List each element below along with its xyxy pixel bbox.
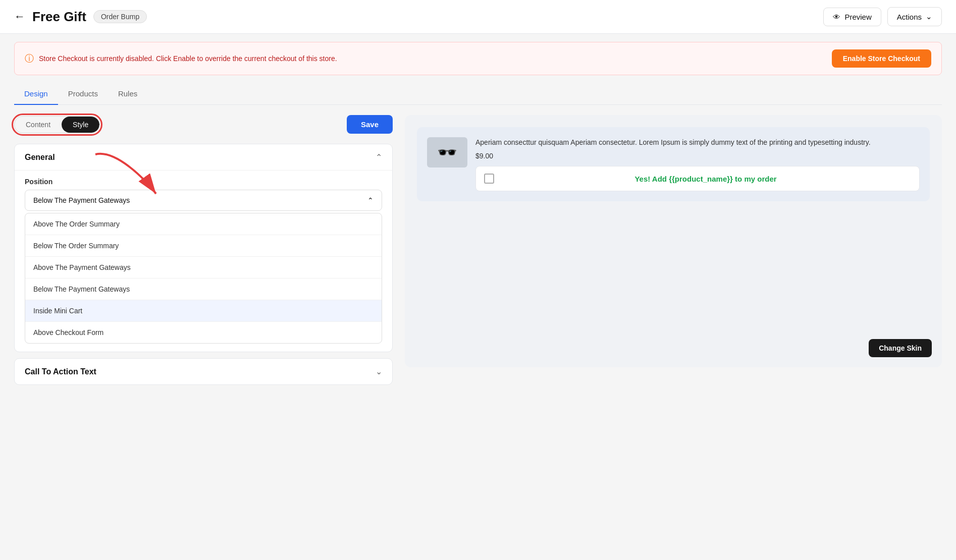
style-toggle-button[interactable]: Style [62, 117, 99, 133]
general-chevron-up-icon: ⌃ [376, 152, 382, 162]
tab-rules[interactable]: Rules [108, 83, 147, 105]
product-image: 🕶️ [427, 137, 467, 167]
tabs: Design Products Rules [14, 83, 942, 105]
cta-section-header[interactable]: Call To Action Text ⌄ [15, 359, 392, 384]
actions-button[interactable]: Actions ⌄ [887, 7, 942, 26]
tab-products[interactable]: Products [58, 83, 108, 105]
position-label: Position [25, 178, 382, 186]
toggle-group: Content Style [14, 116, 100, 133]
main-content: Content Style Save General ⌃ Position [0, 115, 956, 391]
enable-store-checkout-button[interactable]: Enable Store Checkout [832, 49, 931, 68]
position-selected-value: Below The Payment Gateways [33, 196, 130, 204]
position-dropdown-trigger[interactable]: Below The Payment Gateways ⌃ [25, 190, 382, 211]
dropdown-item-above-checkout-form[interactable]: Above Checkout Form [25, 322, 382, 343]
back-button[interactable]: ← [14, 10, 25, 23]
product-info: Aperiam consecttur quisquam Aperiam cons… [475, 137, 920, 191]
chevron-down-icon: ⌄ [926, 12, 932, 21]
style-toggle-wrapper: Content Style [14, 116, 100, 133]
dropdown-item-above-order-summary[interactable]: Above The Order Summary [25, 213, 382, 235]
actions-label: Actions [897, 13, 922, 21]
cta-section: Call To Action Text ⌄ [14, 358, 393, 385]
cta-text: Yes! Add {{product_name}} to my order [500, 175, 911, 183]
tab-design[interactable]: Design [14, 83, 58, 105]
cta-chevron-down-icon: ⌄ [376, 367, 382, 376]
cta-checkbox[interactable] [484, 174, 494, 184]
preview-button[interactable]: 👁 Preview [823, 8, 881, 26]
dropdown-item-inside-mini-cart[interactable]: Inside Mini Cart [25, 300, 382, 322]
page-title: Free Gift [32, 9, 86, 25]
product-description: Aperiam consecttur quisquam Aperiam cons… [475, 137, 920, 148]
alert-text: Store Checkout is currently disabled. Cl… [39, 54, 337, 63]
dropdown-item-above-payment-gateways[interactable]: Above The Payment Gateways [25, 257, 382, 278]
product-preview-card: 🕶️ Aperiam consecttur quisquam Aperiam c… [417, 127, 930, 201]
dropdown-item-below-order-summary[interactable]: Below The Order Summary [25, 235, 382, 257]
alert-left: ⓘ Store Checkout is currently disabled. … [25, 52, 337, 65]
right-panel: 🕶️ Aperiam consecttur quisquam Aperiam c… [405, 115, 942, 391]
toggle-row: Content Style Save [14, 115, 393, 134]
position-dropdown-list: Above The Order Summary Below The Order … [25, 213, 382, 344]
change-skin-button[interactable]: Change Skin [869, 339, 932, 357]
cta-section-title: Call To Action Text [25, 367, 96, 376]
general-section: General ⌃ Position [14, 144, 393, 352]
order-bump-badge: Order Bump [93, 10, 147, 23]
general-section-body: Position [15, 170, 392, 352]
save-button[interactable]: Save [347, 115, 393, 134]
alert-info-icon: ⓘ [25, 52, 34, 65]
header-right: 👁 Preview Actions ⌄ [823, 7, 942, 26]
preview-label: Preview [844, 13, 871, 21]
header: ← Free Gift Order Bump 👁 Preview Actions… [0, 0, 956, 34]
alert-banner: ⓘ Store Checkout is currently disabled. … [14, 42, 942, 75]
position-chevron-up-icon: ⌃ [367, 196, 374, 204]
dropdown-item-below-payment-gateways[interactable]: Below The Payment Gateways [25, 278, 382, 300]
left-panel: Content Style Save General ⌃ Position [14, 115, 393, 391]
product-cta-row: Yes! Add {{product_name}} to my order [475, 166, 920, 191]
sunglasses-icon: 🕶️ [437, 143, 457, 162]
preview-panel: 🕶️ Aperiam consecttur quisquam Aperiam c… [405, 115, 942, 367]
eye-icon: 👁 [833, 13, 840, 21]
annotation-wrapper: Below The Payment Gateways ⌃ Above The O… [25, 190, 382, 344]
back-arrow-icon: ← [14, 10, 25, 23]
header-left: ← Free Gift Order Bump [14, 9, 147, 25]
general-section-title: General [25, 153, 55, 162]
product-price: $9.00 [475, 152, 920, 160]
tabs-container: Design Products Rules [0, 83, 956, 105]
general-section-header[interactable]: General ⌃ [15, 144, 392, 170]
content-toggle-button[interactable]: Content [15, 117, 62, 133]
